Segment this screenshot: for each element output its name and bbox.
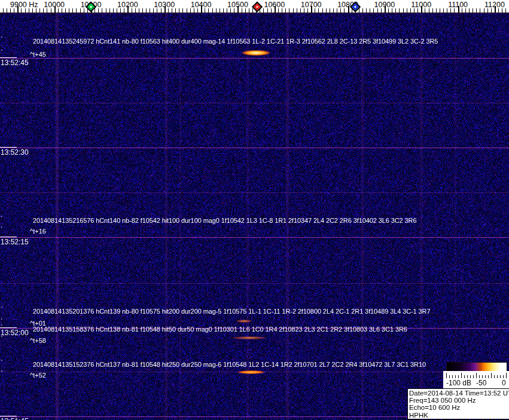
colorbar-tick — [479, 375, 480, 378]
frequency-ruler: 9900 Hz100001010010200103001040010500106… — [0, 0, 509, 13]
freq-label: 10700 — [301, 1, 322, 9]
freq-tick — [172, 8, 172, 13]
freq-tick — [362, 8, 363, 13]
colorbar-labels: -100 dB -50 0 — [443, 379, 509, 388]
freq-label: 10200 — [117, 1, 138, 9]
freq-tick — [120, 8, 121, 13]
freq-tick — [465, 8, 466, 13]
freq-tick — [340, 8, 341, 13]
freq-label: 10300 — [154, 1, 175, 9]
info-date-line: Date=2014-08-14 Time=13:52 UTC — [409, 390, 509, 397]
colorbar-tick — [470, 375, 471, 378]
freq-tick — [417, 8, 418, 13]
freq-tick — [168, 8, 169, 13]
freq-tick — [263, 8, 264, 13]
freq-tick — [436, 8, 437, 13]
freq-label: 10900 — [374, 1, 395, 9]
colorbar-tick — [497, 375, 498, 378]
freq-tick — [139, 8, 139, 13]
freq-tick — [190, 8, 191, 13]
red-diamond-marker[interactable] — [252, 1, 263, 12]
time-tick — [0, 147, 17, 148]
freq-tick — [297, 8, 297, 13]
freq-tick — [14, 8, 14, 13]
freq-tick — [249, 8, 249, 13]
freq-tick — [395, 8, 396, 13]
detection-log-line: 20140814135158376 hCnt138 nb-81 f10548 h… — [33, 326, 407, 333]
freq-tick — [153, 8, 154, 13]
edge-tick-glyph: ` — [1, 215, 3, 222]
colorbar-tick — [503, 375, 504, 378]
freq-tick — [344, 8, 345, 13]
freq-tick — [462, 8, 462, 13]
colorbar-label-min: -100 dB — [446, 379, 471, 387]
colorbar-tick — [506, 373, 507, 378]
freq-tick — [381, 8, 382, 13]
meteor-echo-blip — [236, 320, 252, 323]
db-colorbar: -100 dB -50 0 — [443, 359, 509, 388]
colorbar-tick — [482, 375, 483, 378]
freq-tick — [69, 8, 69, 13]
freq-tick — [399, 8, 400, 13]
freq-tick — [161, 8, 161, 13]
freq-tick — [132, 8, 132, 13]
freq-tick — [146, 8, 147, 13]
freq-tick — [484, 8, 484, 13]
freq-label: 11000 — [411, 1, 431, 9]
freq-tick — [429, 8, 429, 13]
freq-tick — [359, 8, 359, 13]
colorbar-tick — [467, 375, 468, 378]
freq-tick — [392, 8, 392, 13]
freq-tick — [282, 8, 282, 13]
time-tick — [0, 416, 17, 416]
freq-tick — [450, 8, 451, 13]
freq-tick — [285, 8, 286, 13]
freq-tick — [293, 8, 294, 13]
colorbar-gradient — [446, 362, 507, 372]
freq-label: 11100 — [448, 1, 468, 9]
freq-tick — [220, 8, 220, 13]
freq-tick — [443, 8, 444, 13]
freq-tick — [21, 8, 22, 13]
freq-tick — [208, 8, 209, 13]
edge-tick-glyph: ` — [1, 226, 3, 233]
time-gridline-minor — [0, 192, 509, 193]
freq-tick — [447, 8, 447, 13]
freq-tick — [326, 8, 327, 13]
colorbar-tick — [488, 375, 489, 378]
freq-tick — [194, 8, 194, 13]
freq-tick — [72, 8, 73, 13]
colorbar-tick — [455, 375, 456, 378]
freq-tick — [432, 8, 433, 13]
edge-tick-glyph: ` — [1, 359, 3, 366]
freq-tick — [469, 8, 470, 13]
freq-tick — [377, 8, 378, 13]
freq-tick — [7, 8, 7, 13]
colorbar-tick — [458, 375, 459, 378]
colorbar-tick — [491, 373, 492, 378]
time-gridline-minor — [0, 103, 509, 103]
time-tick — [0, 237, 17, 237]
meteor-echo-blip — [242, 50, 270, 56]
freq-tick — [440, 8, 440, 13]
freq-tick — [36, 8, 36, 13]
freq-tick — [267, 8, 268, 13]
freq-tick — [117, 8, 117, 13]
freq-tick — [62, 8, 62, 13]
meteor-spectrogram-app: 9900 Hz100001010010200103001040010500106… — [0, 0, 509, 420]
colorbar-tick — [476, 373, 477, 378]
detection-log-line: 20140814135152376 hCnt137 nb-81 f10548 h… — [33, 361, 426, 368]
freq-tick — [289, 8, 289, 13]
freq-tick — [333, 8, 334, 13]
freq-tick — [106, 8, 106, 13]
time-label: 13:51:45 — [1, 417, 29, 420]
freq-tick — [318, 8, 319, 13]
freq-tick — [307, 8, 308, 13]
freq-tick — [245, 8, 246, 13]
edge-tick-glyph: ` — [1, 36, 3, 43]
freq-label: 11200 — [484, 1, 505, 9]
freq-tick — [234, 8, 234, 13]
meteor-echo-blip — [233, 336, 266, 339]
freq-tick — [197, 8, 198, 13]
freq-tick — [216, 8, 217, 13]
